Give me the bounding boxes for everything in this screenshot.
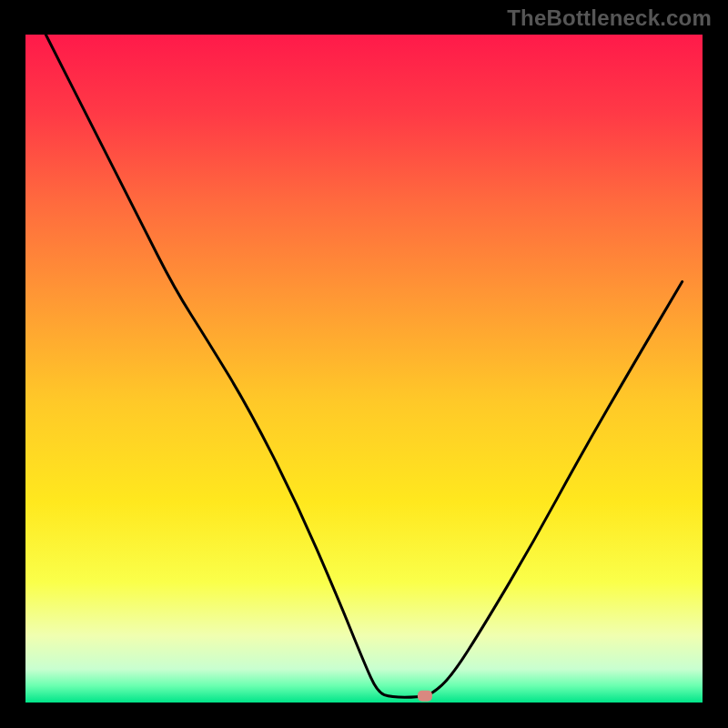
- watermark-text: TheBottleneck.com: [507, 5, 712, 31]
- plot-background: [25, 35, 703, 703]
- bottleneck-chart: TheBottleneck.com: [0, 0, 728, 728]
- optimal-marker: [418, 691, 432, 702]
- chart-svg: [0, 0, 728, 728]
